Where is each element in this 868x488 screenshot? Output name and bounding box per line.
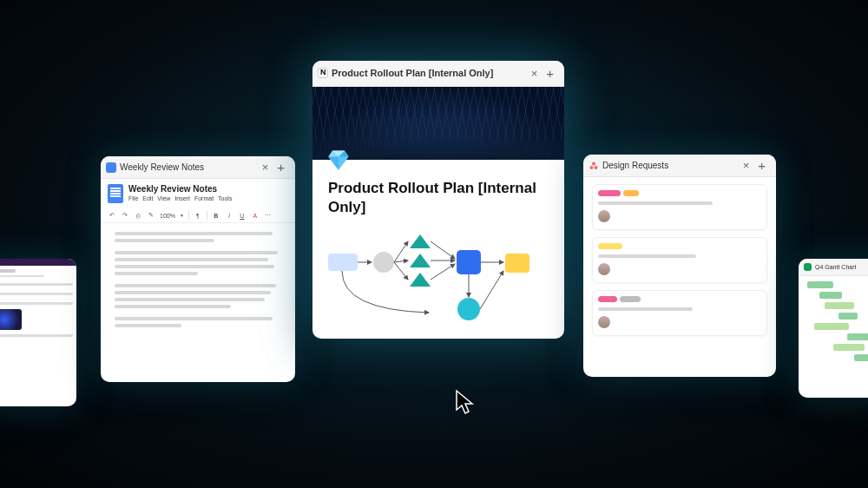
tab[interactable]: Weekly Review Notes [106, 162, 259, 173]
chat-window [0, 259, 76, 406]
tab[interactable]: N Product Rollout Plan [Internal Only] [318, 68, 528, 78]
google-docs-window: Weekly Review Notes × + Weekly Review No… [101, 156, 295, 382]
menu-tools[interactable]: Tools [218, 195, 232, 201]
gantt-row [804, 313, 868, 320]
underline-button[interactable]: U [238, 211, 247, 220]
tab-title: Design Requests [602, 161, 668, 170]
chat-body [0, 266, 76, 345]
gantt-row [804, 302, 868, 309]
google-sheets-icon [804, 263, 812, 271]
tag-pill [598, 296, 617, 302]
chat-message [0, 300, 73, 307]
svg-line-13 [394, 262, 408, 280]
task-title-placeholder [598, 254, 696, 258]
svg-line-16 [431, 264, 455, 280]
gantt-bar [833, 344, 865, 351]
svg-point-6 [373, 252, 394, 273]
chat-image-attachment [0, 309, 22, 330]
tab-title: Product Rollout Plan [Internal Only] [332, 68, 493, 78]
svg-point-19 [457, 298, 480, 320]
svg-marker-8 [410, 234, 431, 248]
tab-title: Q4 Gantt Chart [815, 264, 856, 270]
tag-pill [620, 296, 641, 302]
tab[interactable]: Q4 Gantt Chart [804, 263, 868, 271]
gantt-window: Q4 Gantt Chart [799, 259, 868, 398]
gantt-bar [847, 333, 868, 340]
close-icon[interactable]: × [528, 67, 542, 80]
task-card[interactable] [592, 237, 767, 283]
svg-point-24 [590, 166, 594, 169]
tag-pill [598, 190, 621, 196]
google-docs-icon [108, 184, 123, 203]
close-icon[interactable]: × [740, 159, 753, 172]
heading-select[interactable]: ¶ [194, 211, 202, 220]
mouse-cursor-icon [454, 389, 477, 417]
svg-line-11 [394, 241, 408, 262]
tab-bar: Design Requests × + [583, 155, 776, 177]
svg-line-21 [480, 271, 503, 309]
tab-bar: Weekly Review Notes × + [101, 156, 295, 179]
notion-window: N Product Rollout Plan [Internal Only] ×… [312, 61, 564, 339]
new-tab-button[interactable]: + [753, 158, 771, 173]
avatar [598, 210, 610, 222]
close-icon[interactable]: × [259, 161, 273, 174]
document-body[interactable] [101, 223, 295, 345]
menu-edit[interactable]: Edit [142, 195, 153, 201]
notion-icon: N [318, 68, 328, 78]
chat-message [0, 332, 73, 339]
gantt-bar [807, 281, 833, 288]
asana-icon [589, 161, 599, 171]
tab-bar: N Product Rollout Plan [Internal Only] ×… [312, 61, 564, 87]
menu-format[interactable]: Format [194, 195, 214, 201]
svg-rect-22 [505, 254, 529, 273]
gantt-bar [819, 292, 842, 299]
chat-header [0, 259, 76, 266]
undo-button[interactable]: ↶ [108, 211, 116, 220]
asana-window: Design Requests × + [583, 155, 776, 377]
gantt-bar [838, 313, 858, 320]
gantt-bar [814, 323, 849, 330]
chat-message [0, 290, 73, 297]
svg-rect-5 [328, 254, 358, 271]
task-card[interactable] [592, 290, 767, 336]
gantt-chart [799, 276, 868, 366]
svg-marker-9 [410, 254, 431, 267]
tab[interactable]: Design Requests [589, 161, 740, 171]
menu-bar: File Edit View Insert Format Tools [128, 195, 232, 201]
docs-header: Weekly Review Notes File Edit View Inser… [101, 179, 295, 208]
diamond-icon [326, 148, 351, 172]
gantt-row [804, 333, 868, 340]
svg-marker-4 [328, 156, 339, 169]
menu-insert[interactable]: Insert [174, 195, 190, 201]
menu-file[interactable]: File [128, 195, 138, 201]
svg-line-12 [394, 260, 408, 262]
task-card[interactable] [592, 184, 767, 230]
text-color-button[interactable]: A [251, 211, 260, 220]
bold-button[interactable]: B [212, 211, 220, 220]
task-list [583, 177, 776, 350]
redo-button[interactable]: ↷ [121, 211, 129, 220]
new-tab-button[interactable]: + [272, 160, 290, 175]
gantt-row [804, 281, 868, 288]
gantt-bar [825, 302, 854, 309]
avatar [598, 316, 610, 328]
svg-rect-17 [457, 250, 481, 274]
print-button[interactable]: ⎙ [134, 211, 142, 220]
italic-button[interactable]: I [225, 211, 233, 220]
menu-view[interactable]: View [157, 195, 170, 201]
avatar [598, 263, 610, 275]
svg-line-14 [431, 241, 455, 259]
svg-marker-10 [410, 273, 431, 287]
gantt-row [804, 292, 868, 299]
flowchart-diagram [312, 224, 564, 339]
toolbar: ↶ ↷ ⎙ ✎ 100% ▼ ¶ B I U A ⋯ [101, 208, 295, 223]
gantt-row [804, 323, 868, 330]
gantt-bar [854, 354, 868, 361]
new-tab-button[interactable]: + [541, 66, 559, 81]
paint-format-button[interactable]: ✎ [147, 211, 155, 220]
document-title[interactable]: Weekly Review Notes [128, 184, 232, 194]
zoom-select[interactable]: 100% [160, 213, 175, 219]
chat-message [0, 280, 73, 287]
more-button[interactable]: ⋯ [264, 211, 273, 220]
task-title-placeholder [598, 307, 693, 311]
